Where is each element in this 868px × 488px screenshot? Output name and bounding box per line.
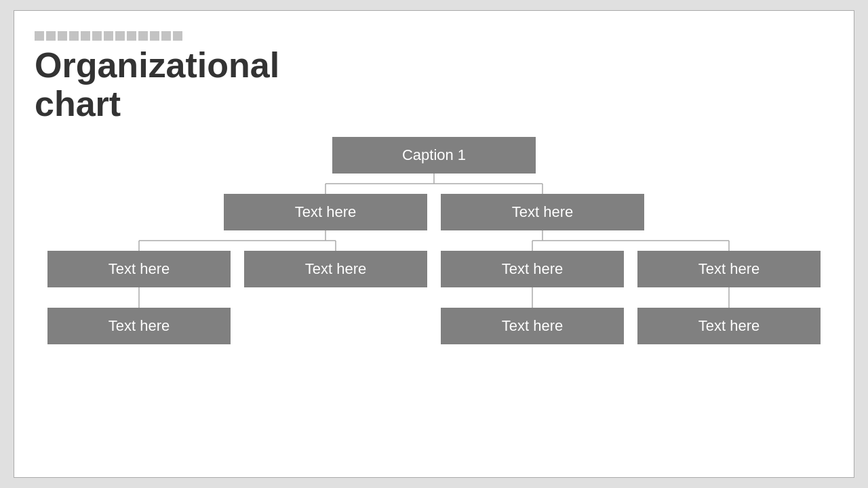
root-node[interactable]: Caption 1 [332,137,536,174]
pixel-1 [35,31,44,41]
pixel-9 [127,31,136,41]
pixel-8 [115,31,125,41]
empty-col-1 [244,308,427,344]
pixel-5 [81,31,90,41]
pixel-3 [58,31,67,41]
pixel-10 [138,31,148,41]
pixel-6 [92,31,102,41]
level2-node-1[interactable]: Text here [244,251,427,287]
pixel-11 [150,31,159,41]
gap3 [47,287,821,308]
level2-node-3[interactable]: Text here [637,251,821,287]
level2-node-2[interactable]: Text here [441,251,624,287]
pixel-13 [173,31,182,41]
level3-node-2[interactable]: Text here [637,308,821,344]
gap2 [47,230,821,251]
gap1 [47,174,821,194]
level3-node-1[interactable]: Text here [441,308,624,344]
level2-node-0[interactable]: Text here [47,251,231,287]
level1-node-0[interactable]: Text here [224,194,427,230]
page-container: Organizational chart Caption 1 Text here… [14,10,854,478]
pixel-2 [46,31,56,41]
level1-node-1[interactable]: Text here [441,194,644,230]
pixel-decoration [35,31,833,41]
pixel-7 [104,31,113,41]
pixel-12 [161,31,171,41]
pixel-4 [69,31,79,41]
page-title: Organizational chart [35,46,833,123]
org-chart: Caption 1 Text here Text here Text here … [47,137,821,344]
level3-node-0[interactable]: Text here [47,308,231,344]
